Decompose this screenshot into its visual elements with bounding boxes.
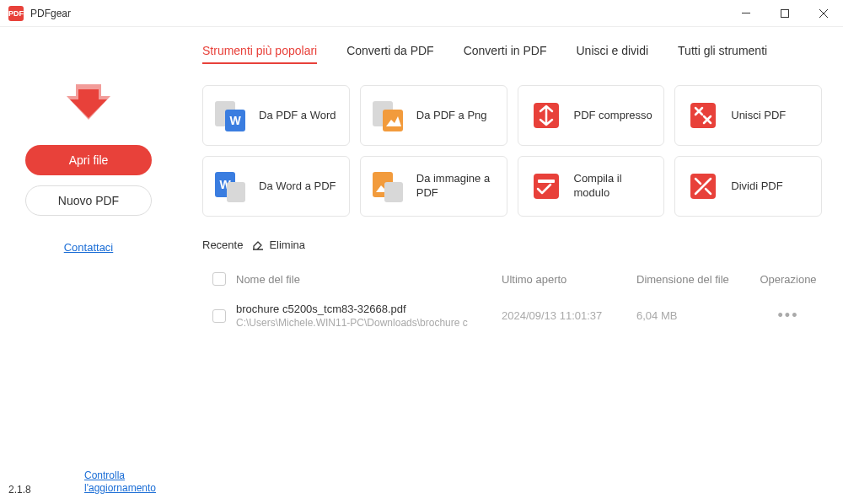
app-logo: PDF [8, 6, 24, 21]
svg-rect-6 [383, 110, 403, 131]
tool-split-pdf[interactable]: Dividi PDF [674, 156, 822, 217]
titlebar: PDF PDFgear [0, 0, 843, 27]
check-update-link[interactable]: Controlla l'aggiornamento [84, 469, 169, 496]
close-button[interactable] [804, 0, 843, 27]
header-name: Nome del file [236, 273, 502, 286]
tool-pdf-to-png[interactable]: Da PDF a Png [360, 85, 507, 146]
fill-form-icon [529, 169, 564, 204]
svg-text:W: W [229, 114, 241, 127]
compress-icon [529, 98, 564, 133]
tool-pdf-to-word[interactable]: W Da PDF a Word [202, 85, 350, 146]
merge-icon [685, 98, 721, 133]
split-icon [685, 169, 721, 204]
tool-image-to-pdf[interactable]: Da immagine a PDF [360, 156, 507, 217]
header-size: Dimensione del file [636, 273, 754, 286]
recent-header: Recente Elimina [202, 238, 822, 251]
pdf-to-png-icon [371, 98, 406, 133]
select-all-checkbox[interactable] [212, 272, 226, 286]
svg-rect-8 [690, 103, 716, 128]
pdf-to-word-icon: W [213, 98, 249, 133]
tool-label: Compila il modulo [574, 172, 654, 201]
eraser-icon [251, 238, 265, 251]
maximize-button[interactable] [765, 0, 804, 27]
recent-label: Recente [202, 239, 243, 251]
tool-label: Unisci PDF [731, 109, 786, 123]
contact-link[interactable]: Contattaci [64, 241, 114, 254]
image-to-pdf-icon [371, 169, 406, 204]
download-arrow-icon [63, 78, 114, 128]
tool-label: Da PDF a Word [259, 109, 336, 123]
tool-compress-pdf[interactable]: PDF compresso [518, 85, 665, 146]
new-pdf-button[interactable]: Nuovo PDF [25, 185, 152, 216]
tab-merge-split[interactable]: Unisci e dividi [576, 44, 648, 64]
tool-label: Da immagine a PDF [416, 172, 497, 201]
svg-rect-11 [227, 182, 245, 202]
tool-word-to-pdf[interactable]: W Da Word a PDF [202, 156, 350, 217]
header-operation: Operazione [754, 273, 822, 286]
window-controls [727, 0, 843, 27]
tool-merge-pdf[interactable]: Unisci PDF [674, 85, 822, 146]
file-path: C:\Users\Michele.WIN11-PC\Downloads\broc… [236, 317, 472, 329]
sidebar: Apri file Nuovo PDF Contattaci 2.1.8 Con… [0, 27, 177, 504]
delete-recent-button[interactable]: Elimina [251, 238, 305, 251]
file-size: 6,04 MB [636, 309, 754, 322]
table-row[interactable]: brochure c5200s_tcm83-32668.pdf C:\Users… [202, 294, 822, 337]
tab-convert-to-pdf[interactable]: Converti in PDF [464, 44, 547, 64]
tool-label: PDF compresso [574, 109, 652, 123]
delete-label: Elimina [269, 239, 305, 251]
tab-convert-from-pdf[interactable]: Converti da PDF [346, 44, 433, 64]
app-title: PDFgear [30, 8, 71, 19]
version-label: 2.1.8 [8, 484, 31, 496]
table-header: Nome del file Ultimo aperto Dimensione d… [202, 264, 822, 294]
tabs: Strumenti più popolari Converti da PDF C… [202, 44, 822, 64]
word-to-pdf-icon: W [213, 169, 249, 204]
open-file-button[interactable]: Apri file [25, 145, 152, 175]
svg-rect-15 [538, 180, 555, 183]
svg-rect-13 [384, 182, 403, 202]
tool-fill-form[interactable]: Compila il modulo [518, 156, 665, 217]
tool-grid: W Da PDF a Word Da PDF a Png PDF compres… [202, 85, 822, 217]
svg-rect-1 [781, 9, 789, 17]
tool-label: Da Word a PDF [259, 180, 336, 194]
minimize-button[interactable] [727, 0, 765, 27]
file-table: Nome del file Ultimo aperto Dimensione d… [202, 264, 822, 337]
file-name: brochure c5200s_tcm83-32668.pdf [236, 303, 502, 315]
tool-label: Dividi PDF [731, 180, 782, 194]
main-content: Strumenti più popolari Converti da PDF C… [177, 27, 843, 504]
svg-rect-14 [534, 174, 559, 199]
tool-label: Da PDF a Png [416, 109, 487, 123]
file-date: 2024/09/13 11:01:37 [502, 309, 636, 322]
row-checkbox[interactable] [212, 309, 226, 323]
tab-popular-tools[interactable]: Strumenti più popolari [202, 44, 317, 64]
header-date: Ultimo aperto [502, 273, 636, 286]
tab-all-tools[interactable]: Tutti gli strumenti [678, 44, 767, 64]
more-actions-button[interactable]: ••• [778, 307, 799, 324]
svg-rect-0 [742, 13, 750, 13]
